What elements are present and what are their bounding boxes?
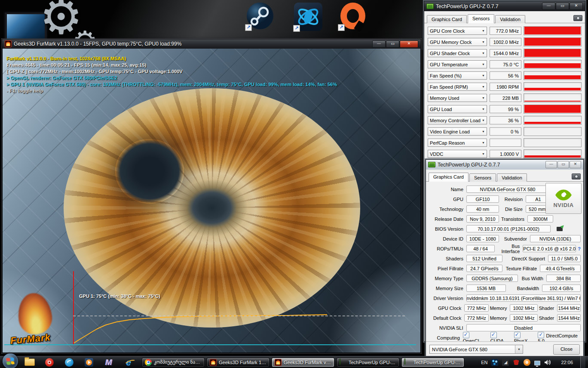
network-status-icon[interactable] <box>534 361 540 365</box>
chevron-down-icon: ▼ <box>482 152 485 155</box>
field-label: Device ID <box>429 236 466 241</box>
screenshot-camera-icon[interactable] <box>573 15 582 21</box>
furmark-titlebar[interactable]: Geeks3D FurMark v1.13.0.0 - 15FPS, GPU0 … <box>2 39 421 49</box>
taskbar-button-label: TechPowerUp GPU-... <box>349 360 395 365</box>
sensor-select[interactable]: Memory Controller Load▼ <box>428 116 487 124</box>
sensor-select[interactable]: Fan Speed (%)▼ <box>428 71 487 80</box>
quicklaunch-explorer[interactable] <box>24 357 36 368</box>
field-row-default-clock: Default Clock 772 MHz Memory 1002 MHz Sh… <box>429 313 581 323</box>
field-label: Revision <box>499 197 526 202</box>
maximize-button[interactable]: ▭ <box>556 3 569 10</box>
sensor-label: VDDC <box>430 152 443 157</box>
help-icon[interactable]: ? <box>578 246 581 251</box>
furmark-fur-donut <box>64 88 360 328</box>
tray-ati-icon[interactable]: ◢ <box>502 359 509 366</box>
minimize-button[interactable]: — <box>545 161 557 168</box>
tab-graphics-card[interactable]: Graphics Card <box>427 15 467 23</box>
tab-validation[interactable]: Validation <box>497 173 527 182</box>
sensor-label: GPU Temperature <box>430 62 468 67</box>
close-button[interactable]: ✕ <box>570 3 583 10</box>
show-desktop-button[interactable] <box>580 356 585 368</box>
volume-icon[interactable] <box>544 359 551 365</box>
furmark-app-icon <box>5 40 12 47</box>
gpuz-card-titlebar[interactable]: TechPowerUp GPU-Z 0.7.7 — ▭ ✕ <box>426 160 583 170</box>
taskbar-button-chrome[interactable]: კომპიუტერული ნაწი... <box>142 358 205 367</box>
gpuz-sensors-title: TechPowerUp GPU-Z 0.7.7 <box>436 3 540 9</box>
quicklaunch-ie[interactable]: e <box>122 357 135 368</box>
quicklaunch-media-play[interactable] <box>83 357 95 368</box>
gpuz-card-window: TechPowerUp GPU-Z 0.7.7 — ▭ ✕ Graphics C… <box>426 159 584 357</box>
sensor-select[interactable]: Fan Speed (RPM)▼ <box>428 83 487 91</box>
furmark-logo-text: FurMark <box>10 332 51 346</box>
gpuz-sensors-tabstrip: Graphics Card Sensors Validation <box>424 11 585 23</box>
origin-shortcut-icon[interactable]: ↗ <box>339 2 367 30</box>
internet-explorer-icon: e <box>126 357 131 368</box>
osd-help-line: - F1: toggle help <box>6 88 337 94</box>
close-gpuz-button[interactable]: Close <box>553 344 580 355</box>
taskbar-button-furmark-2[interactable]: Geeks3D FurMark v1.... <box>272 358 334 367</box>
taskbar-button-gpuz-1[interactable]: TechPowerUp GPU-... <box>337 358 399 367</box>
checkbox-checked-icon[interactable] <box>490 332 497 338</box>
sensor-select[interactable]: GPU Core Clock▼ <box>428 27 487 35</box>
field-label: Memory Type <box>429 276 466 281</box>
sensor-select[interactable]: GPU Memory Clock▼ <box>428 38 487 46</box>
sensor-row: Fan Speed (RPM)▼ 1980 RPM <box>428 82 582 91</box>
field-value: PCI-E 2.0 x16 @ x16 2.0 <box>523 245 576 252</box>
quicklaunch-media-blue[interactable] <box>63 357 75 368</box>
taskbar: M e კომპიუტერული ნაწი... Geeks3D FurMark… <box>0 356 588 368</box>
taskbar-clock[interactable]: 22:06 <box>561 360 573 365</box>
checkbox-checked-icon[interactable] <box>514 332 521 338</box>
sensor-select[interactable]: PerfCap Reason▼ <box>428 139 487 147</box>
checkbox-checked-icon[interactable] <box>463 332 469 338</box>
language-indicator[interactable]: EN <box>481 360 487 365</box>
maximize-button[interactable]: ▭ <box>386 40 399 48</box>
field-label: Technology <box>429 207 466 212</box>
field-label: Bandwidth <box>506 286 542 291</box>
field-value: 49.4 GTexel/s <box>540 265 581 272</box>
screenshot-camera-icon[interactable] <box>572 173 581 179</box>
shortcut-arrow-icon: ↗ <box>245 24 252 31</box>
sensor-value: 1544.0 MHz <box>490 49 521 57</box>
tab-graphics-card[interactable]: Graphics Card <box>429 173 469 182</box>
tab-validation[interactable]: Validation <box>495 15 525 23</box>
steam-shortcut-icon[interactable]: ↗ <box>246 2 274 30</box>
furmark-osd: FurMark v1.13.0.0 - Burn-in test, 1024x7… <box>6 56 337 94</box>
gpuz-sensors-titlebar[interactable]: TechPowerUp GPU-Z 0.7.7 — ▭ ✕ <box>424 1 585 11</box>
sensor-graph <box>524 60 582 69</box>
gpu-selector-dropdown[interactable]: NVIDIA GeForce GTX 580 ▼ <box>429 345 523 354</box>
bios-chip-icon[interactable] <box>557 227 563 231</box>
sensor-select[interactable]: Memory Used▼ <box>428 94 487 102</box>
maximize-button[interactable]: ▭ <box>557 161 569 168</box>
taskbar-button-gpuz-2[interactable]: TechPowerUp GPU-... <box>401 358 464 367</box>
minimize-button[interactable]: — <box>372 40 386 48</box>
tray-hand-icon[interactable] <box>513 359 520 366</box>
tab-sensors[interactable]: Sensors <box>468 14 494 23</box>
battlenet-shortcut-icon[interactable]: ↗ <box>294 3 322 31</box>
sensor-select[interactable]: Video Engine Load▼ <box>428 127 487 136</box>
tray-antivirus-icon[interactable] <box>524 359 530 366</box>
checkbox-checked-icon[interactable] <box>538 332 544 338</box>
nvidia-eye-icon <box>554 189 573 201</box>
sensor-select[interactable]: GPU Temperature▼ <box>428 60 487 68</box>
furmark-logo: FurMark <box>10 293 70 349</box>
sensor-row: Video Engine Load▼ 0 % <box>428 127 582 136</box>
start-button[interactable] <box>3 353 18 368</box>
sensor-row: GPU Shader Clock▼ 1544.0 MHz <box>428 49 582 58</box>
tray-network-activity-icon[interactable] <box>491 359 498 366</box>
close-button[interactable]: ✕ <box>400 40 418 48</box>
quicklaunch-kmplayer[interactable]: M <box>103 357 115 368</box>
tab-sensors[interactable]: Sensors <box>469 173 496 182</box>
quicklaunch-media-red[interactable] <box>43 357 55 368</box>
close-button[interactable]: ✕ <box>570 161 581 168</box>
sensor-graph <box>524 138 582 147</box>
sensor-select[interactable]: GPU Load▼ <box>428 105 487 113</box>
sensor-select[interactable]: VDDC▼ <box>428 150 487 158</box>
minimize-button[interactable]: — <box>542 3 555 10</box>
gpuz-card-tabstrip: Graphics Card Sensors Validation <box>426 170 583 182</box>
sensor-select[interactable]: GPU Shader Clock▼ <box>428 49 487 57</box>
field-value: 48 / 64 <box>466 245 495 252</box>
taskbar-button-furmark-1[interactable]: Geeks3D FurMark 1.1... <box>207 358 270 367</box>
chevron-down-icon: ▼ <box>482 63 485 66</box>
sensor-row: PerfCap Reason▼ <box>428 138 582 147</box>
play-button-icon <box>85 358 93 367</box>
